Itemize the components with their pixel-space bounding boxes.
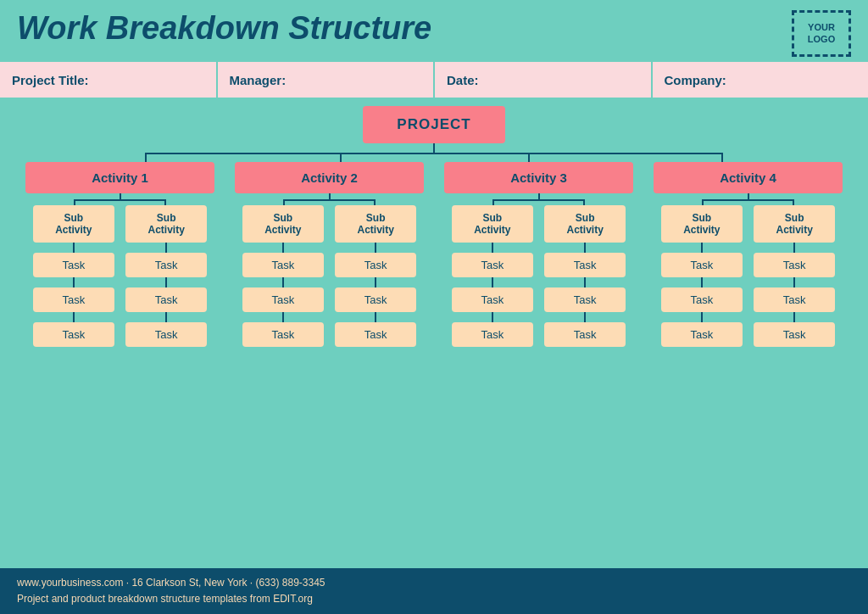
act1-sub2-task3: Task (125, 322, 207, 347)
company-cell[interactable]: Company: (653, 62, 869, 98)
act1-sub2-line2 (165, 277, 167, 287)
act3-sub1-task1: Task (452, 253, 533, 277)
act1-sub-row: SubActivity Task Task Task SubActivity T… (27, 205, 213, 347)
act2-sub2-task3: Task (335, 322, 416, 347)
act3-sub1-col: SubActivity Task Task Task (446, 205, 538, 347)
act1-sub2-task2: Task (125, 287, 207, 312)
act2-sub2-task2: Task (335, 287, 416, 312)
act4-sub-connector (676, 193, 820, 205)
act3-sub1-box: SubActivity (452, 205, 533, 243)
act1-sub2-line1 (165, 243, 167, 253)
act3-sub-row: SubActivity Task Task Task SubActivity T… (446, 205, 632, 347)
act4-sub1-task3: Task (661, 322, 743, 347)
date-cell[interactable]: Date: (435, 62, 653, 98)
act1-sub1-box: SubActivity (33, 205, 114, 243)
act3-sub1-task2: Task (452, 287, 533, 312)
page-footer: www.yourbusiness.com · 16 Clarkson St, N… (0, 568, 868, 614)
info-bar: Project Title: Manager: Date: Company: (0, 62, 868, 98)
act3-sub1-task3: Task (452, 322, 533, 347)
project-title-label: Project Title: (12, 73, 89, 87)
company-label: Company: (665, 73, 726, 87)
act1-sub1-task3: Task (33, 322, 114, 347)
wbs-diagram: PROJECT Activity 1 (0, 98, 868, 568)
act2-sub2-box: SubActivity (335, 205, 416, 243)
act4-sub1-col: SubActivity Task Task Task (655, 205, 748, 347)
act1-sub1-task2: Task (33, 287, 114, 312)
act2-sub-connector (257, 193, 401, 205)
activity-1-box: Activity 1 (25, 162, 215, 193)
act4-sub2-box: SubActivity (754, 205, 835, 243)
act3-sub2-task3: Task (544, 322, 626, 347)
act1-sub1-line1 (73, 243, 75, 253)
act3-sub2-box: SubActivity (544, 205, 626, 243)
act2-sub-row: SubActivity Task Task Task SubActivity T… (236, 205, 422, 347)
act3-sub2-task1: Task (544, 253, 626, 277)
act1-sub2-task1: Task (125, 253, 207, 277)
act2-sub1-task3: Task (242, 322, 324, 347)
footer-line1: www.yourbusiness.com · 16 Clarkson St, N… (17, 575, 851, 591)
footer-line2: Project and product breakdown structure … (17, 591, 851, 607)
act4-sub1-task1: Task (661, 253, 743, 277)
act4-sub1-box: SubActivity (661, 205, 743, 243)
project-node: PROJECT (363, 106, 504, 143)
act3-sub2-col: SubActivity Task Task Task (539, 205, 632, 347)
activity-3-col: Activity 3 SubActivity Task Task (436, 162, 642, 347)
act1-sub1-line3 (73, 312, 75, 322)
proj-connector (58, 143, 810, 162)
act1-sub1-line2 (73, 277, 75, 287)
act1-sub2-line3 (165, 312, 167, 322)
act3-sub2-task2: Task (544, 287, 626, 312)
activity-2-box: Activity 2 (235, 162, 425, 193)
manager-label: Manager: (230, 73, 287, 87)
logo-placeholder: YOURLOGO (792, 10, 851, 57)
act4-sub2-task3: Task (754, 322, 835, 347)
act1-sub-connector (47, 193, 192, 205)
project-title-cell[interactable]: Project Title: (0, 62, 218, 98)
act2-sub2-task1: Task (335, 253, 416, 277)
activity-4-box: Activity 4 (654, 162, 843, 193)
act2-sub2-col: SubActivity Task Task Task (330, 205, 422, 347)
act4-sub2-task2: Task (754, 287, 835, 312)
date-label: Date: (447, 73, 479, 87)
activity-2-col: Activity 2 SubActivity Task Task (226, 162, 432, 347)
act2-sub1-task1: Task (242, 253, 324, 277)
activities-row: Activity 1 SubActivity Task Task (17, 162, 851, 347)
page-header: Work Breakdown Structure YOURLOGO (0, 0, 868, 62)
act4-sub2-task1: Task (754, 253, 835, 277)
act4-sub1-task2: Task (661, 287, 743, 312)
act1-sub2-box: SubActivity (125, 205, 207, 243)
activity-1-col: Activity 1 SubActivity Task Task (17, 162, 223, 347)
act1-sub2-col: SubActivity Task Task Task (120, 205, 213, 347)
act2-sub1-task2: Task (242, 287, 324, 312)
wbs-tree: PROJECT Activity 1 (10, 106, 858, 347)
activity-3-box: Activity 3 (444, 162, 634, 193)
act1-sub1-col: SubActivity Task Task Task (27, 205, 120, 347)
manager-cell[interactable]: Manager: (218, 62, 436, 98)
act2-sub1-col: SubActivity Task Task Task (236, 205, 329, 347)
activity-4-col: Activity 4 SubActivity Task Task (645, 162, 851, 347)
act4-sub2-col: SubActivity Task Task Task (748, 205, 841, 347)
act4-sub-row: SubActivity Task Task Task SubActivity T… (655, 205, 841, 347)
act1-sub1-task1: Task (33, 253, 114, 277)
act2-sub1-box: SubActivity (242, 205, 324, 243)
page-title: Work Breakdown Structure (17, 10, 431, 47)
act3-sub-connector (466, 193, 610, 205)
